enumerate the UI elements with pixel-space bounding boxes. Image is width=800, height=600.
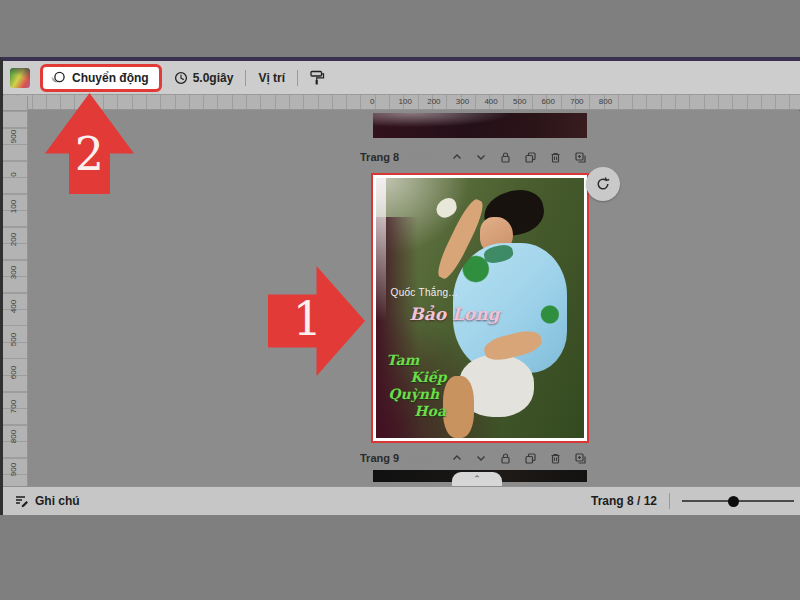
chevron-up-icon — [451, 151, 463, 163]
ruler-tick-label: 900 — [9, 125, 18, 149]
move-page-up-button[interactable] — [451, 452, 463, 464]
page-8-title: Trang 8- Thê... — [360, 151, 437, 163]
annotation-step-number: 2 — [45, 127, 134, 181]
rotate-icon — [595, 176, 611, 192]
ruler-tick-label: 400 — [484, 97, 497, 106]
trash-icon — [549, 151, 562, 164]
copy-style-button[interactable] — [310, 70, 325, 86]
toolbar: Chuyển động 5.0giây Vị trí — [3, 61, 800, 95]
position-label: Vị trí — [258, 71, 285, 85]
add-page-button[interactable] — [574, 452, 587, 465]
ruler-tick-label: 100 — [9, 195, 18, 219]
move-page-down-button[interactable] — [475, 151, 487, 163]
motion-icon — [50, 71, 66, 85]
ruler-tick-label: 900 — [9, 458, 18, 482]
ruler-tick-label: 100 — [399, 97, 412, 106]
artwork-title: Tam Kiếp Quỳnh Hoa — [384, 352, 446, 419]
page-indicator: Trang 8 / 12 — [591, 494, 657, 508]
add-page-button[interactable] — [574, 151, 587, 164]
duration-label: 5.0giây — [193, 71, 234, 85]
duration-button[interactable]: 5.0giây — [174, 71, 234, 85]
ruler-tick-label: 600 — [9, 361, 18, 385]
delete-page-button[interactable] — [549, 452, 562, 465]
ruler-tick-label: 800 — [9, 425, 18, 449]
bottom-bar-divider — [669, 493, 670, 509]
bottom-bar: Ghi chú Trang 8 / 12 — [3, 486, 800, 515]
ruler-tick-label: 400 — [9, 295, 18, 319]
ruler-tick-label: 300 — [9, 261, 18, 285]
ruler-tick-label: 0 — [370, 97, 374, 106]
lock-icon — [499, 151, 512, 164]
add-page-icon — [574, 452, 587, 465]
ruler-tick-label: 800 — [599, 97, 612, 106]
move-page-up-button[interactable] — [451, 151, 463, 163]
page-8-artwork: Quốc Thắng... Bảo Long Tam Kiếp Quỳnh Ho… — [376, 178, 584, 438]
notes-icon — [14, 494, 29, 508]
chevron-down-icon — [475, 151, 487, 163]
caption-script-text: Bảo Long — [409, 304, 499, 324]
duplicate-page-button[interactable] — [524, 452, 537, 465]
page-9-header: Trang 9- Thê... — [360, 448, 595, 468]
motion-button[interactable]: Chuyển động — [40, 64, 162, 92]
clock-icon — [174, 71, 188, 85]
move-page-down-button[interactable] — [475, 452, 487, 464]
figure-leg — [443, 376, 474, 438]
ruler-tick-label: 700 — [9, 395, 18, 419]
lock-icon — [499, 452, 512, 465]
lock-page-button[interactable] — [499, 452, 512, 465]
paint-roller-icon — [310, 70, 325, 86]
page-8-header: Trang 8- Thê... — [360, 147, 595, 167]
trash-icon — [549, 452, 562, 465]
annotation-arrow-1: 1 — [268, 266, 365, 376]
ruler-tick-label: 500 — [513, 97, 526, 106]
zoom-slider[interactable] — [682, 492, 794, 510]
duplicate-icon — [524, 452, 537, 465]
position-button[interactable]: Vị trí — [258, 71, 285, 85]
page-9-title: Trang 9- Thê... — [360, 452, 437, 464]
ruler-tick-label: 200 — [9, 228, 18, 252]
notes-button[interactable]: Ghi chú — [14, 494, 80, 508]
collapse-chevron-icon: ⌃ — [473, 474, 481, 484]
duplicate-icon — [524, 151, 537, 164]
chevron-up-icon — [451, 452, 463, 464]
toolbar-divider — [245, 70, 246, 86]
ruler-tick-label: 200 — [427, 97, 440, 106]
ruler-corner — [3, 96, 28, 111]
notes-label: Ghi chú — [35, 494, 80, 508]
artwork-light-streak — [376, 178, 386, 321]
ruler-tick-label: 500 — [9, 328, 18, 352]
color-swatch-icon[interactable] — [10, 68, 30, 88]
rotate-button[interactable] — [586, 167, 620, 201]
ruler-tick-label: 700 — [570, 97, 583, 106]
caption-text: Quốc Thắng... — [391, 287, 458, 298]
ruler-tick-label: 0 — [9, 163, 18, 187]
lock-page-button[interactable] — [499, 151, 512, 164]
page-8-subtitle: - Thê... — [402, 151, 437, 163]
chevron-down-icon — [475, 452, 487, 464]
ruler-tick-label: 600 — [542, 97, 555, 106]
zoom-slider-thumb[interactable] — [728, 496, 739, 507]
annotation-arrow-2: 2 — [45, 93, 134, 194]
page-9-subtitle: - Thê... — [402, 452, 437, 464]
duplicate-page-button[interactable] — [524, 151, 537, 164]
page-8-canvas[interactable]: Quốc Thắng... Bảo Long Tam Kiếp Quỳnh Ho… — [371, 173, 589, 443]
toolbar-divider — [297, 70, 298, 86]
collapse-pill-button[interactable]: ⌃ — [452, 472, 502, 486]
screenshot-stage: Chuyển động 5.0giây Vị trí — [0, 0, 800, 600]
ruler-tick-label: 300 — [456, 97, 469, 106]
motion-button-label: Chuyển động — [72, 71, 149, 85]
delete-page-button[interactable] — [549, 151, 562, 164]
vertical-ruler: 9000100200300400500600700800900 — [3, 111, 28, 486]
page-7-preview[interactable] — [373, 113, 587, 138]
annotation-step-number: 1 — [268, 292, 347, 346]
canvas-area: Trang 8- Thê... — [28, 111, 800, 486]
add-page-icon — [574, 151, 587, 164]
